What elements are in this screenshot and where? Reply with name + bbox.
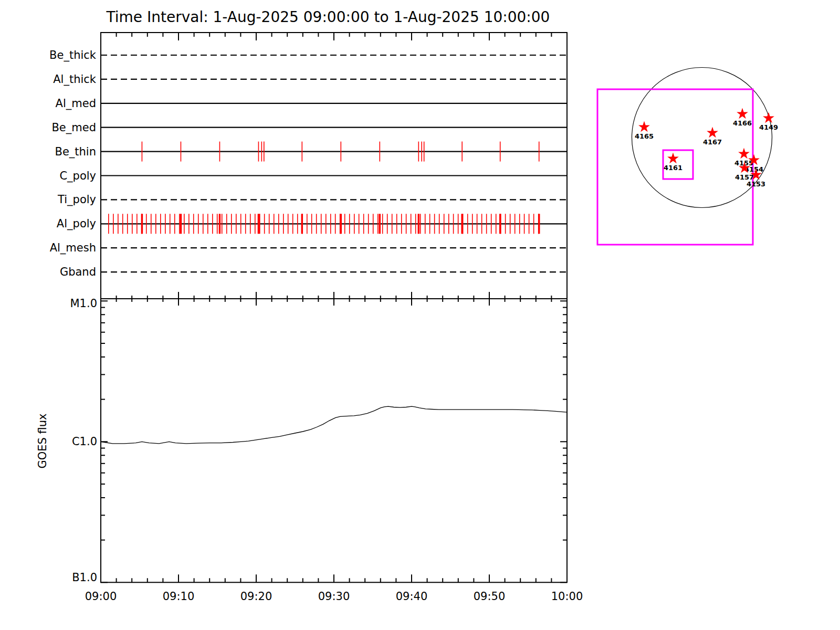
active-region-label-4149: 4149: [759, 123, 778, 131]
x-tick-label: 09:30: [318, 590, 350, 603]
channel-label-Al_mesh: Al_mesh: [50, 242, 96, 255]
active-region-star-4167: [707, 127, 718, 138]
plot-canvas: Time Interval: 1-Aug-2025 09:00:00 to 1-…: [0, 0, 840, 630]
channel-label-Al_thick: Al_thick: [53, 73, 97, 86]
x-tick-label: 09:10: [163, 590, 195, 603]
channel-label-Ti_poly: Ti_poly: [57, 193, 96, 206]
active-region-star-4155: [738, 148, 750, 159]
active-region-label-4153: 4153: [747, 180, 765, 188]
channel-label-Al_poly: Al_poly: [57, 217, 96, 230]
active-region-label-4161: 4161: [664, 164, 682, 172]
active-region-star-4149: [763, 112, 774, 123]
goes-flux-curve: [101, 406, 567, 444]
channel-label-Al_med: Al_med: [56, 97, 96, 110]
plot-title: Time Interval: 1-Aug-2025 09:00:00 to 1-…: [106, 8, 550, 26]
active-region-star-4165: [638, 121, 650, 132]
active-region-star-4166: [737, 108, 748, 119]
goes-panel-border: [101, 299, 567, 582]
x-tick-label: 10:00: [551, 590, 583, 603]
x-tick-label: 09:20: [240, 590, 272, 603]
y-tick-label: C1.0: [72, 435, 97, 448]
channel-label-Gband: Gband: [60, 266, 96, 278]
channel-label-Be_med: Be_med: [51, 121, 96, 134]
filter-panel-border: [101, 33, 567, 299]
x-tick-label: 09:40: [396, 590, 428, 603]
channel-label-Be_thick: Be_thick: [49, 49, 97, 62]
generated-plot-content: Be_thickAl_thickAl_medBe_medBe_thinC_pol…: [49, 33, 778, 603]
x-tick-label: 09:50: [474, 590, 506, 603]
goes-y-axis-label: GOES flux: [36, 413, 49, 468]
y-tick-label: M1.0: [70, 297, 97, 310]
channel-label-Be_thin: Be_thin: [55, 145, 96, 159]
y-tick-label: B1.0: [72, 571, 97, 584]
channel-label-C_poly: C_poly: [59, 170, 96, 183]
active-region-label-4165: 4165: [635, 132, 654, 140]
active-region-label-4166: 4166: [733, 119, 752, 127]
active-region-label-4167: 4167: [703, 138, 722, 146]
plot-page: Time Interval: 1-Aug-2025 09:00:00 to 1-…: [0, 0, 840, 630]
active-region-star-4161: [667, 153, 679, 164]
x-tick-label: 09:00: [85, 590, 117, 603]
